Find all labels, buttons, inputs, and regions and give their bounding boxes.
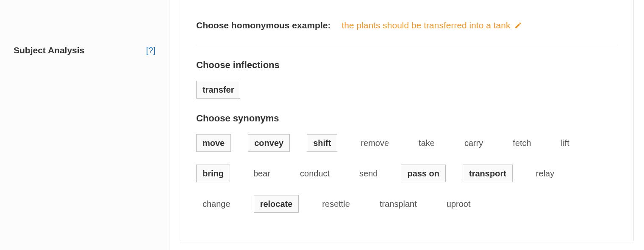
sidebar: Subject Analysis [?]: [0, 0, 169, 250]
sidebar-item-label: Subject Analysis: [14, 45, 84, 55]
synonyms-chip[interactable]: transplant: [373, 195, 423, 213]
inflections-chip[interactable]: transfer: [196, 81, 240, 99]
synonyms-chip[interactable]: uproot: [440, 195, 477, 213]
synonyms-chip[interactable]: conduct: [294, 165, 336, 182]
inflections-heading: Choose inflections: [196, 60, 617, 71]
main-panel: Choose homonymous example: the plants sh…: [169, 0, 644, 250]
synonyms-chip[interactable]: shift: [307, 134, 337, 152]
synonyms-chip[interactable]: convey: [248, 134, 290, 152]
synonyms-chip[interactable]: bring: [196, 165, 230, 182]
synonyms-chip[interactable]: move: [196, 134, 231, 152]
synonyms-chip[interactable]: fetch: [506, 134, 537, 152]
synonyms-chip-list: moveconveyshiftremovetakecarryfetchliftb…: [196, 134, 617, 213]
sidebar-item-subject-analysis[interactable]: Subject Analysis [?]: [0, 40, 169, 60]
synonyms-heading: Choose synonyms: [196, 113, 617, 124]
synonyms-chip[interactable]: relay: [530, 165, 561, 182]
inflections-chip-list: transfer: [196, 81, 617, 99]
synonyms-chip[interactable]: take: [412, 134, 441, 152]
homonymous-example-label: Choose homonymous example:: [196, 20, 330, 30]
synonyms-chip[interactable]: relocate: [254, 195, 299, 213]
synonyms-chip[interactable]: carry: [458, 134, 489, 152]
homonymous-example-text: the plants should be transferred into a …: [341, 20, 510, 30]
synonyms-chip[interactable]: lift: [555, 134, 576, 152]
synonyms-chip[interactable]: pass on: [401, 165, 446, 182]
synonyms-chip[interactable]: resettle: [316, 195, 356, 213]
help-icon[interactable]: [?]: [146, 46, 155, 55]
edit-icon[interactable]: [514, 22, 522, 29]
homonymous-example-row: Choose homonymous example: the plants sh…: [196, 0, 617, 45]
synonyms-chip[interactable]: transport: [463, 165, 513, 182]
synonyms-chip[interactable]: send: [353, 165, 384, 182]
synonyms-chip[interactable]: remove: [354, 134, 395, 152]
synonyms-chip[interactable]: change: [196, 195, 237, 213]
analysis-card: Choose homonymous example: the plants sh…: [180, 0, 634, 241]
synonyms-chip[interactable]: bear: [247, 165, 277, 182]
homonymous-example-value[interactable]: the plants should be transferred into a …: [341, 20, 522, 30]
